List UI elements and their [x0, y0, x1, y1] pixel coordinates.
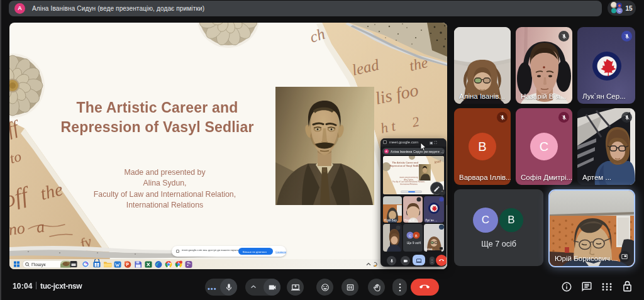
svg-text:Ще 9 осіб: Ще 9 осіб [407, 241, 421, 245]
svg-text:P: P [126, 262, 130, 267]
svg-text:⋯: ⋯ [438, 226, 441, 230]
svg-text:Лук`ян …: Лук`ян … [425, 219, 437, 222]
svg-text:Юрій Бор…: Юрій Бор… [384, 218, 399, 222]
svg-text:Назарій…: Назарій… [404, 218, 418, 222]
svg-text:В: В [415, 234, 418, 238]
svg-text:C: C [409, 234, 411, 238]
svg-text:Пошук: Пошук [31, 262, 46, 267]
svg-text:no: no [9, 219, 26, 239]
svg-text:Аліна…: Аліна… [425, 248, 435, 251]
